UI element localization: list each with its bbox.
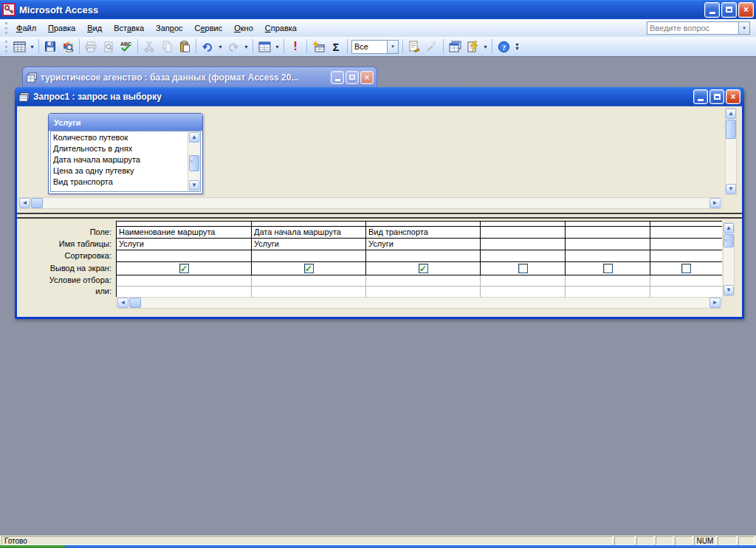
paste-button[interactable] [176, 38, 193, 55]
or-cell[interactable] [252, 287, 366, 297]
scrollbar-thumb[interactable] [31, 198, 43, 208]
undo-dropdown-icon[interactable]: ▾ [216, 44, 224, 50]
field-list-titlebar[interactable]: Услуги [49, 114, 202, 131]
scrollbar-thumb[interactable] [726, 120, 736, 139]
ask-question-dropdown-icon[interactable]: ▾ [738, 22, 749, 34]
scroll-up-icon[interactable]: ▲ [724, 223, 734, 233]
field-list-scrollbar[interactable]: ▲ ≡ ▼ [188, 131, 200, 191]
database-maximize-button[interactable] [346, 71, 359, 84]
scroll-right-icon[interactable]: ► [709, 298, 721, 308]
totals-button[interactable]: Σ [327, 38, 345, 55]
query-window-titlebar[interactable]: Запрос1 : запрос на выборку × [15, 87, 744, 106]
database-close-button[interactable]: × [360, 71, 374, 84]
table-cell[interactable] [566, 239, 650, 250]
windows-taskbar[interactable] [0, 545, 756, 548]
top-values-dropdown-icon[interactable]: ▾ [387, 41, 398, 53]
field-cell[interactable]: Дата начала маршрута [252, 227, 366, 238]
criteria-cell[interactable] [252, 275, 366, 286]
scroll-right-icon[interactable]: ► [709, 198, 721, 208]
view-dropdown-icon[interactable]: ▾ [28, 44, 36, 50]
query-close-button[interactable]: × [726, 89, 740, 104]
toolbar-options-button[interactable]: ▼▼ [512, 38, 522, 55]
show-checkbox[interactable]: ✓ [603, 264, 613, 273]
scroll-up-icon[interactable]: ▲ [726, 109, 736, 119]
criteria-cell[interactable] [366, 275, 481, 286]
criteria-cell[interactable] [481, 275, 566, 286]
table-cell[interactable]: Услуги [366, 239, 481, 250]
properties-button[interactable] [405, 38, 423, 55]
new-object-button[interactable] [464, 38, 481, 55]
field-cell[interactable]: Вид транспорта [366, 227, 481, 238]
show-checkbox[interactable]: ✓ [304, 264, 314, 273]
or-cell[interactable] [117, 287, 252, 297]
app-titlebar[interactable]: Microsoft Access × [0, 0, 756, 19]
menu-help[interactable]: Справка [259, 21, 303, 35]
table-cell[interactable] [481, 239, 566, 250]
view-datasheet-button[interactable] [10, 38, 28, 55]
query-type-button[interactable] [255, 38, 273, 55]
scroll-down-icon[interactable]: ▼ [189, 180, 199, 191]
grid-selector-row[interactable] [117, 222, 722, 227]
ask-question-input[interactable]: Введите вопрос ▾ [647, 21, 750, 35]
scroll-left-icon[interactable]: ◄ [19, 198, 30, 208]
grid-vscrollbar[interactable]: ▲ ≡ ▼ [723, 222, 735, 296]
field-list-item[interactable]: Дата начала маршрута [51, 154, 188, 165]
menu-query[interactable]: Запрос [150, 21, 188, 35]
or-cell[interactable] [366, 287, 481, 297]
run-button[interactable]: ! [286, 38, 304, 55]
toolbar-drag-handle[interactable] [5, 41, 8, 52]
database-window-button[interactable] [446, 38, 464, 55]
app-minimize-button[interactable] [704, 2, 720, 18]
field-list-item[interactable]: Цена за одну путевку [51, 165, 188, 177]
start-button[interactable] [0, 545, 65, 548]
menubar-drag-handle[interactable] [5, 22, 8, 34]
top-pane-hscrollbar[interactable]: ◄ ► [18, 197, 722, 209]
scrollbar-thumb[interactable] [129, 298, 141, 308]
table-cell[interactable]: Услуги [252, 239, 366, 250]
grid-hscrollbar[interactable]: ◄ ► [116, 297, 722, 309]
scroll-down-icon[interactable]: ▼ [726, 184, 736, 194]
save-button[interactable] [41, 38, 59, 55]
or-cell[interactable] [650, 287, 722, 297]
spelling-button[interactable]: ABC [117, 38, 135, 55]
criteria-cell[interactable] [117, 275, 252, 286]
query-minimize-button[interactable] [693, 89, 708, 104]
menu-tools[interactable]: Сервис [189, 21, 229, 35]
app-restore-button[interactable] [721, 2, 737, 18]
show-checkbox[interactable]: ✓ [518, 264, 528, 273]
scroll-left-icon[interactable]: ◄ [117, 298, 128, 308]
menu-edit[interactable]: Правка [42, 21, 81, 35]
field-cell[interactable] [650, 227, 722, 238]
scrollbar-thumb[interactable]: ≡ [724, 234, 734, 247]
or-cell[interactable] [481, 287, 566, 297]
top-pane-vscrollbar[interactable]: ▲ ▼ [725, 108, 737, 195]
scroll-down-icon[interactable]: ▼ [724, 285, 734, 295]
pane-splitter[interactable] [17, 213, 742, 219]
sort-cell[interactable] [566, 250, 650, 261]
sort-cell[interactable] [117, 250, 252, 261]
scrollbar-thumb[interactable]: ≡ [189, 155, 199, 171]
file-search-button[interactable] [59, 38, 77, 55]
field-list-item[interactable]: Вид транспорта [51, 177, 188, 188]
field-list-item[interactable]: Количество путевок [51, 132, 188, 143]
show-table-button[interactable] [309, 38, 327, 55]
menu-file[interactable]: Файл [10, 21, 42, 35]
sort-cell[interactable] [481, 250, 566, 261]
field-list-window[interactable]: Услуги Количество путевок Длительность в… [48, 113, 203, 194]
field-list-item[interactable]: Длительность в днях [51, 143, 188, 154]
query-type-dropdown-icon[interactable]: ▾ [273, 44, 281, 50]
database-minimize-button[interactable] [331, 71, 344, 84]
query-maximize-button[interactable] [709, 89, 724, 104]
undo-button[interactable] [199, 38, 216, 55]
field-cell[interactable] [566, 227, 650, 238]
sort-cell[interactable] [650, 250, 722, 261]
criteria-cell[interactable] [650, 275, 722, 286]
table-cell[interactable] [650, 239, 722, 250]
top-values-combo[interactable]: Все ▾ [351, 40, 399, 54]
new-object-dropdown-icon[interactable]: ▾ [481, 44, 489, 50]
show-checkbox[interactable]: ✓ [681, 264, 691, 273]
app-close-button[interactable]: × [738, 2, 754, 18]
sort-cell[interactable] [252, 250, 366, 261]
show-checkbox[interactable]: ✓ [419, 264, 428, 273]
menu-window[interactable]: Окно [228, 21, 259, 35]
